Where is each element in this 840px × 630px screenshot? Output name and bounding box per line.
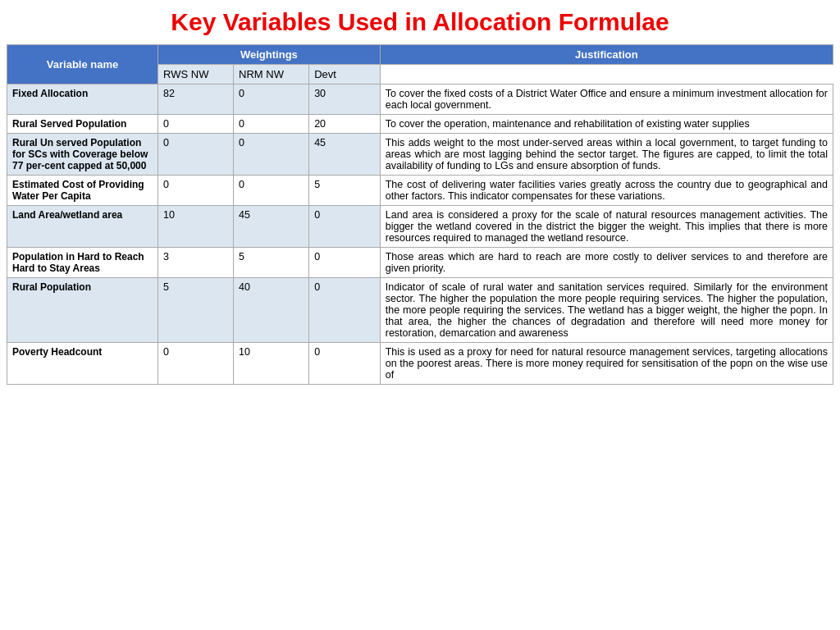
col-weightings-header: Weightings xyxy=(158,45,381,65)
rws-weight-cell: 82 xyxy=(158,84,234,115)
col-justification-header: Justification xyxy=(380,45,833,65)
col-devt-header: Devt xyxy=(309,65,381,84)
devt-weight-cell: 20 xyxy=(309,115,381,134)
col-rws-header: RWS NW xyxy=(158,65,234,84)
rws-weight-cell: 5 xyxy=(158,278,234,343)
rws-weight-cell: 10 xyxy=(158,206,234,248)
justification-cell: The cost of delivering water facilities … xyxy=(380,176,833,206)
variable-name-cell: Rural Population xyxy=(7,278,158,343)
variable-name-cell: Poverty Headcount xyxy=(7,343,158,385)
justification-cell: Those areas which are hard to reach are … xyxy=(380,248,833,278)
justification-cell: Land area is considered a proxy for the … xyxy=(380,206,833,248)
page: Key Variables Used in Allocation Formula… xyxy=(0,0,840,391)
variable-name-cell: Population in Hard to Reach Hard to Stay… xyxy=(7,248,158,278)
nrm-weight-cell: 0 xyxy=(234,176,309,206)
nrm-weight-cell: 0 xyxy=(234,115,309,134)
rws-weight-cell: 0 xyxy=(158,176,234,206)
nrm-weight-cell: 45 xyxy=(234,206,309,248)
header-row-1: Variable name Weightings Justification xyxy=(7,45,833,65)
nrm-weight-cell: 10 xyxy=(234,343,309,385)
devt-weight-cell: 45 xyxy=(309,134,381,176)
table-row: Population in Hard to Reach Hard to Stay… xyxy=(7,248,833,278)
page-title: Key Variables Used in Allocation Formula… xyxy=(7,8,833,36)
variable-name-cell: Estimated Cost of Providing Water Per Ca… xyxy=(7,176,158,206)
variable-name-cell: Rural Served Population xyxy=(7,115,158,134)
justification-cell: Indicator of scale of rural water and sa… xyxy=(380,278,833,343)
variable-name-cell: Fixed Allocation xyxy=(7,84,158,115)
rws-weight-cell: 0 xyxy=(158,134,234,176)
variable-name-cell: Land Area/wetland area xyxy=(7,206,158,248)
devt-weight-cell: 0 xyxy=(309,206,381,248)
main-table: Variable name Weightings Justification R… xyxy=(7,44,833,385)
nrm-weight-cell: 0 xyxy=(234,84,309,115)
rws-weight-cell: 3 xyxy=(158,248,234,278)
col-variable-header: Variable name xyxy=(7,45,158,84)
justification-cell: This is used as a proxy for need for nat… xyxy=(380,343,833,385)
nrm-weight-cell: 40 xyxy=(234,278,309,343)
justification-cell: To cover the fixed costs of a District W… xyxy=(380,84,833,115)
devt-weight-cell: 0 xyxy=(309,278,381,343)
rws-weight-cell: 0 xyxy=(158,343,234,385)
table-row: Estimated Cost of Providing Water Per Ca… xyxy=(7,176,833,206)
devt-weight-cell: 0 xyxy=(309,343,381,385)
devt-weight-cell: 30 xyxy=(309,84,381,115)
nrm-weight-cell: 0 xyxy=(234,134,309,176)
devt-weight-cell: 5 xyxy=(309,176,381,206)
table-row: Poverty Headcount0100This is used as a p… xyxy=(7,343,833,385)
table-row: Rural Served Population0020To cover the … xyxy=(7,115,833,134)
devt-weight-cell: 0 xyxy=(309,248,381,278)
rws-weight-cell: 0 xyxy=(158,115,234,134)
table-row: Rural Population5400Indicator of scale o… xyxy=(7,278,833,343)
variable-name-cell: Rural Un served Population for SCs with … xyxy=(7,134,158,176)
table-row: Fixed Allocation82030To cover the fixed … xyxy=(7,84,833,115)
nrm-weight-cell: 5 xyxy=(234,248,309,278)
col-nrm-header: NRM NW xyxy=(234,65,309,84)
justification-cell: To cover the operation, maintenance and … xyxy=(380,115,833,134)
justification-cell: This adds weight to the most under-serve… xyxy=(380,134,833,176)
table-row: Land Area/wetland area10450Land area is … xyxy=(7,206,833,248)
table-row: Rural Un served Population for SCs with … xyxy=(7,134,833,176)
